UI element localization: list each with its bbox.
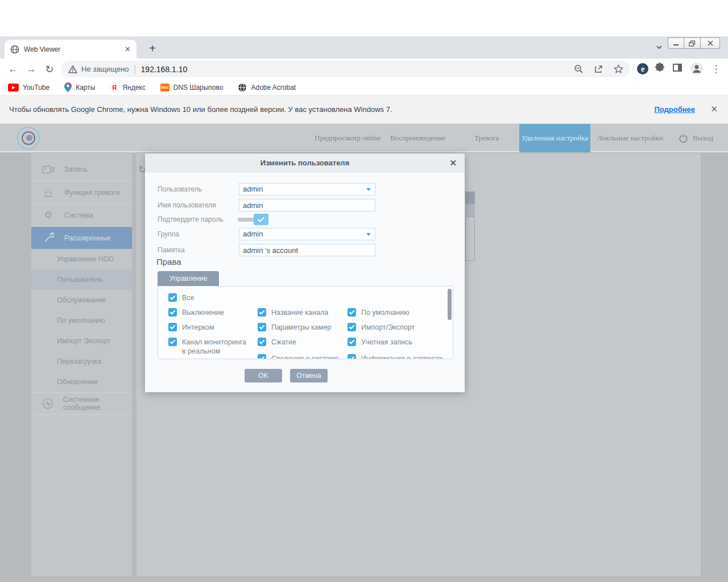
minimize-button[interactable] (668, 38, 684, 49)
user-select[interactable]: admin (239, 183, 375, 196)
perm-system-info[interactable]: Сведения о системе (258, 354, 339, 359)
banner-learn-more-link[interactable]: Подробнее (654, 105, 695, 114)
profile-avatar[interactable] (690, 62, 705, 77)
checkbox-checked-icon[interactable] (348, 308, 356, 317)
address-bar[interactable]: Не защищено 192.168.1.10 (61, 61, 630, 77)
url-text[interactable]: 192.168.1.10 (141, 65, 564, 74)
bookmark-maps[interactable]: Карты (64, 82, 95, 92)
perm-camera-params[interactable]: Параметры камер (258, 323, 331, 332)
banner-close-icon[interactable]: ✕ (710, 104, 718, 114)
perm-channel-name[interactable]: Название канала (258, 308, 328, 317)
ok-button[interactable]: OK (245, 369, 282, 383)
menu-dots-icon[interactable]: ⋮ (709, 62, 723, 77)
checkbox-checked-icon[interactable] (168, 293, 177, 302)
nav-alarm[interactable]: Тревога (474, 124, 499, 152)
svg-text:e: e (641, 65, 644, 73)
memo-row: Памятка (145, 244, 465, 256)
checkbox-checked-icon[interactable] (348, 354, 356, 359)
confirm-password-toggle[interactable] (254, 214, 268, 225)
memo-input[interactable] (239, 244, 375, 256)
checkbox-checked-icon[interactable] (258, 354, 266, 359)
address-divider (135, 65, 135, 74)
bookmark-acrobat[interactable]: Adobe Acrobat (238, 83, 296, 92)
pulse-icon (42, 398, 54, 409)
back-button[interactable]: ← (6, 62, 20, 77)
permissions-scrollbar[interactable] (448, 289, 452, 320)
perm-compression[interactable]: Сжатие (258, 338, 296, 347)
perm-import-export[interactable]: Импорт/Экспорт (348, 323, 415, 332)
app-logo (17, 127, 40, 149)
perm-query-info[interactable]: Информация о запросах (348, 354, 442, 359)
nav-remote-settings[interactable]: Удаленная настройка (519, 124, 590, 152)
perm-account[interactable]: Учетная запись (348, 338, 412, 347)
security-label[interactable]: Не защищено (81, 65, 129, 73)
webapp-page: Предпросмотр online Воспроизведение Трев… (0, 124, 728, 582)
memo-label: Памятка (158, 246, 185, 254)
forward-button[interactable]: → (24, 62, 39, 77)
username-input[interactable] (239, 199, 375, 211)
perm-live-monitoring[interactable]: Канал мониторинга в реальном времени (168, 338, 250, 359)
sidebar-item-system[interactable]: ⚙ Система (31, 203, 132, 226)
bookmark-yandex[interactable]: Я Яндекс (110, 83, 145, 92)
sidebar-item-system-message[interactable]: Системное сообщение (31, 392, 132, 415)
sidebar-item-alarm-function[interactable]: Функция тревоги (31, 181, 132, 203)
zoom-icon[interactable] (574, 64, 584, 74)
globe-favicon-icon (10, 45, 19, 54)
tab-search-chevron-icon[interactable] (655, 43, 663, 51)
dialog-title: Изменить пользователя (145, 153, 465, 172)
rights-tab-management[interactable]: Управление (158, 271, 219, 286)
user-label: Пользователь (158, 185, 202, 193)
extensions-puzzle-icon[interactable] (654, 62, 669, 77)
nav-logout[interactable]: Выход (679, 124, 713, 152)
browser-toolbar: ← → ↻ Не защищено 192.168.1.10 e ⋮ (0, 59, 728, 80)
bookmark-star-icon[interactable] (614, 64, 623, 74)
checkbox-checked-icon[interactable] (168, 323, 177, 331)
sidebar-item-import-export[interactable]: Импорт Экспорт (31, 331, 132, 351)
checkbox-checked-icon[interactable] (348, 338, 356, 346)
checkbox-checked-icon[interactable] (258, 308, 266, 317)
power-icon (679, 134, 688, 143)
alarm-icon (42, 188, 55, 198)
bookmark-youtube[interactable]: YouTube (8, 84, 49, 92)
group-select[interactable]: admin (239, 228, 375, 240)
side-panel-icon[interactable] (672, 62, 686, 77)
sidebar-item-record[interactable]: Запись (31, 158, 132, 181)
nav-local-settings[interactable]: Локльные настройки (597, 124, 663, 152)
reload-button[interactable]: ↻ (42, 62, 57, 77)
perm-default[interactable]: По умолчанию (348, 308, 410, 317)
bookmark-dns[interactable]: DNS DNS Шарыпово (160, 84, 224, 92)
sidebar-item-advanced[interactable]: Расширенные (31, 226, 132, 249)
youtube-icon (8, 84, 19, 92)
checkbox-checked-icon[interactable] (258, 323, 266, 331)
checkbox-checked-icon[interactable] (168, 338, 177, 346)
extension-e-icon[interactable]: e (636, 62, 651, 77)
new-tab-button[interactable]: + (144, 41, 160, 57)
checkbox-checked-icon[interactable] (348, 323, 356, 331)
bookmarks-bar: YouTube Карты Я Яндекс DNS DNS Шарыпово … (0, 80, 728, 95)
group-label: Группа (158, 230, 179, 238)
tab-close-icon[interactable]: ✕ (125, 45, 131, 53)
sidebar-item-default[interactable]: По умолчанию (31, 310, 132, 331)
tab-strip: Web Viewer ✕ + (0, 36, 728, 59)
nav-playback[interactable]: Воспроизведение (390, 124, 445, 152)
checkbox-checked-icon[interactable] (168, 308, 177, 317)
sidebar-item-reboot[interactable]: Перезагрузка (31, 351, 132, 372)
perm-all[interactable]: Все (168, 293, 195, 302)
close-button[interactable] (701, 38, 720, 49)
camera-icon (42, 165, 55, 174)
cancel-button[interactable]: Отмена (290, 369, 328, 383)
checkbox-checked-icon[interactable] (258, 338, 266, 346)
sidebar-item-update[interactable]: Обновление (31, 372, 132, 392)
share-icon[interactable] (594, 64, 603, 74)
nav-preview-online[interactable]: Предпросмотр online (315, 124, 381, 152)
sidebar-item-maintenance[interactable]: Обслуживание (31, 290, 132, 310)
app-nav-bar: Предпросмотр online Воспроизведение Трев… (0, 124, 728, 152)
gear-icon: ⚙ (42, 209, 55, 221)
perm-shutdown[interactable]: Выключение (168, 308, 224, 317)
sidebar-item-user[interactable]: Пользователь (31, 269, 132, 290)
sidebar-item-hdd[interactable]: Управление HDD (31, 249, 132, 269)
perm-intercom[interactable]: Интерком (168, 323, 214, 332)
dialog-close-icon[interactable]: ✕ (449, 158, 457, 168)
restore-button[interactable] (684, 38, 701, 49)
browser-tab[interactable]: Web Viewer ✕ (5, 40, 136, 59)
